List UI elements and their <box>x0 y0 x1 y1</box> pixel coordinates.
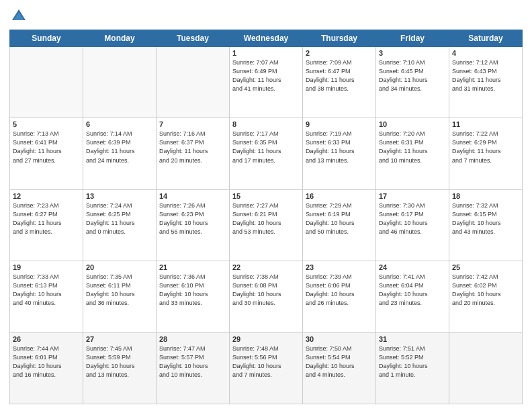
calendar-cell: 8Sunrise: 7:17 AM Sunset: 6:35 PM Daylig… <box>230 118 303 189</box>
day-info: Sunrise: 7:07 AM Sunset: 6:49 PM Dayligh… <box>232 58 300 93</box>
calendar-cell: 15Sunrise: 7:27 AM Sunset: 6:21 PM Dayli… <box>230 189 303 261</box>
calendar-cell: 12Sunrise: 7:23 AM Sunset: 6:27 PM Dayli… <box>10 189 83 261</box>
day-number: 29 <box>232 335 300 343</box>
day-info: Sunrise: 7:32 AM Sunset: 6:15 PM Dayligh… <box>452 201 519 236</box>
calendar-cell: 26Sunrise: 7:44 AM Sunset: 6:01 PM Dayli… <box>10 332 83 404</box>
day-number: 31 <box>379 335 446 343</box>
day-info: Sunrise: 7:29 AM Sunset: 6:19 PM Dayligh… <box>306 201 373 236</box>
weekday-header-thursday: Thursday <box>303 30 376 47</box>
calendar-cell <box>83 47 157 118</box>
calendar-cell: 10Sunrise: 7:20 AM Sunset: 6:31 PM Dayli… <box>376 118 449 189</box>
calendar-cell: 2Sunrise: 7:09 AM Sunset: 6:47 PM Daylig… <box>303 47 376 118</box>
calendar-table: SundayMondayTuesdayWednesdayThursdayFrid… <box>9 30 523 404</box>
day-info: Sunrise: 7:38 AM Sunset: 6:08 PM Dayligh… <box>232 273 300 308</box>
calendar-cell: 22Sunrise: 7:38 AM Sunset: 6:08 PM Dayli… <box>230 261 303 332</box>
day-info: Sunrise: 7:42 AM Sunset: 6:02 PM Dayligh… <box>452 273 519 308</box>
day-info: Sunrise: 7:35 AM Sunset: 6:11 PM Dayligh… <box>86 273 153 308</box>
day-number: 23 <box>306 263 373 271</box>
day-info: Sunrise: 7:10 AM Sunset: 6:45 PM Dayligh… <box>379 58 446 93</box>
day-info: Sunrise: 7:48 AM Sunset: 5:56 PM Dayligh… <box>232 345 300 379</box>
calendar-cell: 21Sunrise: 7:36 AM Sunset: 6:10 PM Dayli… <box>157 261 230 332</box>
day-number: 26 <box>13 335 80 343</box>
calendar-cell: 30Sunrise: 7:50 AM Sunset: 5:54 PM Dayli… <box>303 332 376 404</box>
day-info: Sunrise: 7:24 AM Sunset: 6:25 PM Dayligh… <box>86 201 153 236</box>
day-number: 13 <box>86 192 153 200</box>
day-info: Sunrise: 7:19 AM Sunset: 6:33 PM Dayligh… <box>306 130 373 165</box>
day-number: 15 <box>232 192 300 200</box>
day-info: Sunrise: 7:30 AM Sunset: 6:17 PM Dayligh… <box>379 201 446 236</box>
calendar-cell: 19Sunrise: 7:33 AM Sunset: 6:13 PM Dayli… <box>10 261 83 332</box>
day-number: 17 <box>379 192 446 200</box>
calendar-cell: 3Sunrise: 7:10 AM Sunset: 6:45 PM Daylig… <box>376 47 449 118</box>
calendar-cell: 29Sunrise: 7:48 AM Sunset: 5:56 PM Dayli… <box>230 332 303 404</box>
week-row-1: 1Sunrise: 7:07 AM Sunset: 6:49 PM Daylig… <box>10 47 523 118</box>
weekday-header-sunday: Sunday <box>10 30 83 47</box>
day-number: 12 <box>13 192 80 200</box>
calendar-cell: 31Sunrise: 7:51 AM Sunset: 5:52 PM Dayli… <box>376 332 449 404</box>
logo-icon <box>9 7 28 26</box>
day-info: Sunrise: 7:27 AM Sunset: 6:21 PM Dayligh… <box>232 201 300 236</box>
calendar-cell: 1Sunrise: 7:07 AM Sunset: 6:49 PM Daylig… <box>230 47 303 118</box>
logo <box>9 7 31 26</box>
day-info: Sunrise: 7:45 AM Sunset: 5:59 PM Dayligh… <box>86 345 153 379</box>
day-info: Sunrise: 7:50 AM Sunset: 5:54 PM Dayligh… <box>306 345 373 379</box>
calendar-cell: 9Sunrise: 7:19 AM Sunset: 6:33 PM Daylig… <box>303 118 376 189</box>
calendar-cell: 5Sunrise: 7:13 AM Sunset: 6:41 PM Daylig… <box>10 118 83 189</box>
week-row-4: 19Sunrise: 7:33 AM Sunset: 6:13 PM Dayli… <box>10 261 523 332</box>
calendar-cell: 17Sunrise: 7:30 AM Sunset: 6:17 PM Dayli… <box>376 189 449 261</box>
weekday-header-saturday: Saturday <box>449 30 523 47</box>
day-number: 4 <box>452 49 519 57</box>
calendar-cell <box>10 47 83 118</box>
day-number: 5 <box>13 120 80 128</box>
calendar-cell: 18Sunrise: 7:32 AM Sunset: 6:15 PM Dayli… <box>449 189 523 261</box>
week-row-3: 12Sunrise: 7:23 AM Sunset: 6:27 PM Dayli… <box>10 189 523 261</box>
week-row-5: 26Sunrise: 7:44 AM Sunset: 6:01 PM Dayli… <box>10 332 523 404</box>
day-number: 20 <box>86 263 153 271</box>
day-info: Sunrise: 7:22 AM Sunset: 6:29 PM Dayligh… <box>452 130 519 165</box>
day-info: Sunrise: 7:44 AM Sunset: 6:01 PM Dayligh… <box>13 345 80 379</box>
day-number: 22 <box>232 263 300 271</box>
calendar-cell: 23Sunrise: 7:39 AM Sunset: 6:06 PM Dayli… <box>303 261 376 332</box>
day-info: Sunrise: 7:41 AM Sunset: 6:04 PM Dayligh… <box>379 273 446 308</box>
day-info: Sunrise: 7:14 AM Sunset: 6:39 PM Dayligh… <box>86 130 153 165</box>
calendar-cell: 14Sunrise: 7:26 AM Sunset: 6:23 PM Dayli… <box>157 189 230 261</box>
calendar-cell: 25Sunrise: 7:42 AM Sunset: 6:02 PM Dayli… <box>449 261 523 332</box>
calendar-cell: 6Sunrise: 7:14 AM Sunset: 6:39 PM Daylig… <box>83 118 157 189</box>
day-info: Sunrise: 7:13 AM Sunset: 6:41 PM Dayligh… <box>13 130 80 165</box>
calendar-cell: 28Sunrise: 7:47 AM Sunset: 5:57 PM Dayli… <box>157 332 230 404</box>
day-number: 30 <box>306 335 373 343</box>
day-info: Sunrise: 7:39 AM Sunset: 6:06 PM Dayligh… <box>306 273 373 308</box>
page: SundayMondayTuesdayWednesdayThursdayFrid… <box>0 0 532 411</box>
day-number: 28 <box>159 335 226 343</box>
day-number: 14 <box>159 192 226 200</box>
calendar-cell <box>449 332 523 404</box>
day-info: Sunrise: 7:23 AM Sunset: 6:27 PM Dayligh… <box>13 201 80 236</box>
day-info: Sunrise: 7:20 AM Sunset: 6:31 PM Dayligh… <box>379 130 446 165</box>
weekday-header-monday: Monday <box>83 30 157 47</box>
weekday-header-row: SundayMondayTuesdayWednesdayThursdayFrid… <box>10 30 523 47</box>
day-number: 2 <box>306 49 373 57</box>
day-number: 1 <box>232 49 300 57</box>
day-number: 7 <box>159 120 226 128</box>
day-info: Sunrise: 7:47 AM Sunset: 5:57 PM Dayligh… <box>159 345 226 379</box>
calendar-cell: 4Sunrise: 7:12 AM Sunset: 6:43 PM Daylig… <box>449 47 523 118</box>
weekday-header-wednesday: Wednesday <box>230 30 303 47</box>
day-number: 21 <box>159 263 226 271</box>
week-row-2: 5Sunrise: 7:13 AM Sunset: 6:41 PM Daylig… <box>10 118 523 189</box>
day-number: 19 <box>13 263 80 271</box>
day-number: 10 <box>379 120 446 128</box>
day-info: Sunrise: 7:36 AM Sunset: 6:10 PM Dayligh… <box>159 273 226 308</box>
day-info: Sunrise: 7:51 AM Sunset: 5:52 PM Dayligh… <box>379 345 446 379</box>
day-info: Sunrise: 7:16 AM Sunset: 6:37 PM Dayligh… <box>159 130 226 165</box>
weekday-header-friday: Friday <box>376 30 449 47</box>
day-info: Sunrise: 7:26 AM Sunset: 6:23 PM Dayligh… <box>159 201 226 236</box>
day-info: Sunrise: 7:12 AM Sunset: 6:43 PM Dayligh… <box>452 58 519 93</box>
day-number: 25 <box>452 263 519 271</box>
day-number: 27 <box>86 335 153 343</box>
weekday-header-tuesday: Tuesday <box>157 30 230 47</box>
day-number: 11 <box>452 120 519 128</box>
day-number: 9 <box>306 120 373 128</box>
day-number: 18 <box>452 192 519 200</box>
calendar-cell: 11Sunrise: 7:22 AM Sunset: 6:29 PM Dayli… <box>449 118 523 189</box>
day-number: 24 <box>379 263 446 271</box>
